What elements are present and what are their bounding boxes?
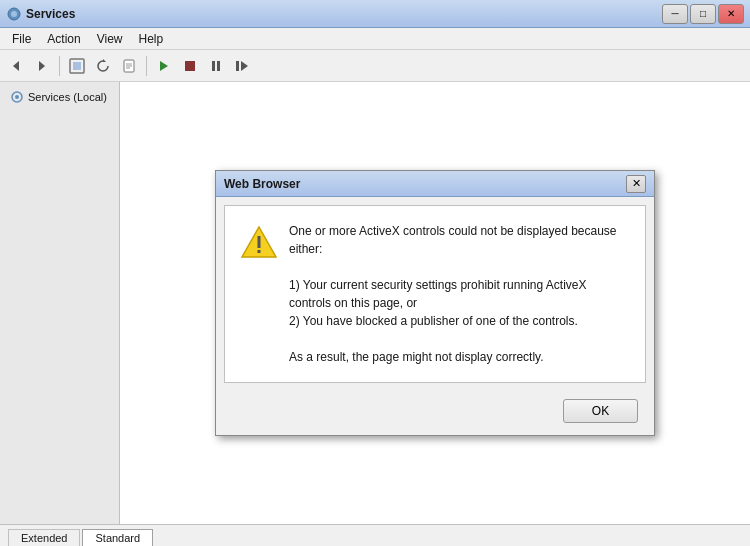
dialog-close-button[interactable]: ✕ (626, 175, 646, 193)
tab-standard[interactable]: Standard (82, 529, 153, 546)
dialog-message-line1: One or more ActiveX controls could not b… (289, 222, 629, 258)
app-icon (6, 6, 22, 22)
ok-button[interactable]: OK (563, 399, 638, 423)
dialog-content: One or more ActiveX controls could not b… (241, 222, 629, 366)
pause-service-button[interactable] (204, 54, 228, 78)
window-title: Services (26, 7, 662, 21)
stop-service-button[interactable] (178, 54, 202, 78)
show-scope-button[interactable] (65, 54, 89, 78)
start-service-button[interactable] (152, 54, 176, 78)
dialog-message-line4: As a result, the page might not display … (289, 348, 629, 366)
toolbar-separator-1 (59, 56, 60, 76)
resume-service-button[interactable] (230, 54, 254, 78)
warning-icon (241, 222, 277, 263)
window-controls: ─ □ ✕ (662, 4, 744, 24)
svg-rect-20 (258, 236, 261, 248)
bottom-tabs: Extended Standard (0, 524, 750, 546)
svg-rect-13 (212, 61, 215, 71)
dialog-title: Web Browser (224, 177, 626, 191)
svg-marker-6 (103, 59, 106, 62)
back-button[interactable] (4, 54, 28, 78)
content-area: Web Browser ✕ (120, 82, 750, 524)
sidebar: Services (Local) (0, 82, 120, 524)
svg-rect-14 (217, 61, 220, 71)
svg-rect-21 (258, 250, 261, 253)
web-browser-dialog: Web Browser ✕ (215, 170, 655, 436)
svg-rect-12 (185, 61, 195, 71)
svg-point-1 (11, 11, 17, 17)
tab-extended[interactable]: Extended (8, 529, 80, 546)
menu-view[interactable]: View (89, 30, 131, 48)
dialog-message: One or more ActiveX controls could not b… (289, 222, 629, 366)
dialog-overlay: Web Browser ✕ (120, 82, 750, 524)
menu-help[interactable]: Help (131, 30, 172, 48)
refresh-button[interactable] (91, 54, 115, 78)
dialog-footer: OK (216, 391, 654, 435)
svg-marker-2 (13, 61, 19, 71)
svg-marker-3 (39, 61, 45, 71)
svg-rect-5 (73, 62, 81, 70)
forward-button[interactable] (30, 54, 54, 78)
export-button[interactable] (117, 54, 141, 78)
dialog-message-line3: 2) You have blocked a publisher of one o… (289, 312, 629, 330)
main-layout: Services (Local) Web Browser ✕ (0, 82, 750, 524)
minimize-button[interactable]: ─ (662, 4, 688, 24)
title-bar: Services ─ □ ✕ (0, 0, 750, 28)
dialog-title-bar: Web Browser ✕ (216, 171, 654, 197)
toolbar-separator-2 (146, 56, 147, 76)
svg-marker-11 (160, 61, 168, 71)
maximize-button[interactable]: □ (690, 4, 716, 24)
menu-action[interactable]: Action (39, 30, 88, 48)
toolbar (0, 50, 750, 82)
sidebar-item-label: Services (Local) (28, 91, 107, 103)
dialog-body: One or more ActiveX controls could not b… (224, 205, 646, 383)
menu-file[interactable]: File (4, 30, 39, 48)
svg-marker-16 (241, 61, 248, 71)
menu-bar: File Action View Help (0, 28, 750, 50)
svg-point-18 (15, 95, 19, 99)
svg-rect-15 (236, 61, 239, 71)
sidebar-item-services-local[interactable]: Services (Local) (2, 86, 117, 108)
dialog-message-line2: 1) Your current security settings prohib… (289, 276, 629, 312)
close-button[interactable]: ✕ (718, 4, 744, 24)
services-icon (10, 90, 24, 104)
